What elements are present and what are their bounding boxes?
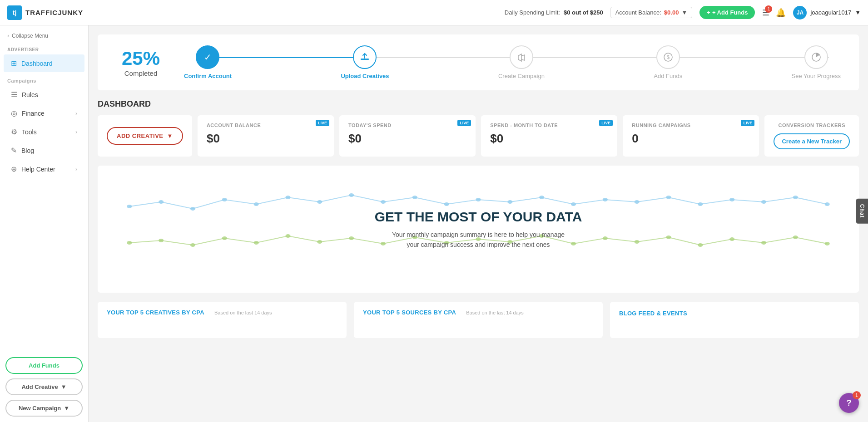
stat-value-account-balance: $0 [207, 132, 325, 146]
help-button[interactable]: ? 1 [839, 393, 859, 413]
stat-value-running-campaigns: 0 [632, 132, 750, 146]
stat-value-todays-spend: $0 [348, 132, 466, 146]
progress-number: 25% [116, 48, 166, 69]
top-creatives-sub: Based on the last 14 days [214, 310, 272, 315]
top-sources-sub: Based on the last 14 days [466, 310, 524, 315]
avatar: JA [793, 6, 807, 20]
top-sources-title: YOUR TOP 5 SOURCES BY CPA [363, 309, 456, 316]
sidebar-item-label: Finance [22, 110, 45, 117]
add-funds-icon: + [707, 9, 710, 16]
chart-overlay: GET THE MOST OF YOUR DATA Your monthly c… [98, 166, 859, 293]
stat-value-spend-month: $0 [490, 132, 608, 146]
progress-label: Completed [116, 69, 166, 77]
bottom-card-blog-feed: BLOG FEED & EVENTS [610, 302, 859, 338]
svg-rect-0 [361, 59, 369, 60]
bottom-card-top-creatives: YOUR TOP 5 CREATIVES BY CPA Based on the… [98, 302, 347, 338]
help-badge: 1 [853, 391, 861, 399]
sidebar-item-finance[interactable]: ◎ Finance › [4, 104, 84, 122]
logo-icon: tj [7, 5, 22, 20]
sidebar-add-funds-button[interactable]: Add Funds [5, 357, 83, 374]
step-label-upload: Upload Creatives [341, 73, 389, 79]
daily-limit: Daily Spending Limit: $0 out of $250 [505, 9, 603, 16]
conversion-trackers-card: CONVERSION TRACKERS Create a New Tracker [764, 115, 859, 157]
step-add-funds[interactable]: $ Add Funds [654, 45, 682, 79]
blog-feed-title: BLOG FEED & EVENTS [619, 310, 687, 317]
account-balance-label: Account Balance: [615, 9, 661, 16]
progress-steps: ✓ Confirm Account Upload Creatives [184, 45, 841, 79]
username: joaoaguiar1017 [810, 9, 851, 16]
chart-section: GET THE MOST OF YOUR DATA Your monthly c… [98, 166, 859, 293]
step-label-confirm: Confirm Account [184, 73, 232, 79]
funds-icon: $ [663, 52, 673, 62]
sidebar-actions: Add Funds Add Creative ▼ New Campaign ▼ [0, 352, 88, 422]
step-create-campaign[interactable]: Create Campaign [498, 45, 545, 79]
main-content: 25% Completed ✓ Confirm Account [89, 25, 868, 422]
upload-icon [360, 52, 370, 62]
logo-text: TRAFFICJUNKY [25, 9, 83, 16]
user-area[interactable]: JA joaoaguiar1017 ▼ [793, 6, 861, 20]
step-label-funds: Add Funds [654, 73, 682, 79]
sidebar-item-label: Blog [21, 147, 34, 154]
sidebar-item-rules[interactable]: ☰ Rules [4, 86, 84, 103]
step-circle-confirm: ✓ [196, 45, 219, 69]
logo[interactable]: tj TRAFFICJUNKY [7, 5, 83, 20]
sidebar-item-tools[interactable]: ⚙ Tools › [4, 123, 84, 141]
chevron-down-icon: ▼ [64, 405, 69, 412]
live-badge: LIVE [457, 120, 471, 126]
bottom-card-top-sources: YOUR TOP 5 SOURCES BY CPA Based on the l… [354, 302, 603, 338]
step-circle-progress [804, 45, 828, 69]
step-confirm-account[interactable]: ✓ Confirm Account [184, 45, 232, 79]
stat-card-spend-month: LIVE SPEND - MONTH TO DATE $0 [481, 115, 617, 157]
top-nav-left: tj TRAFFICJUNKY [7, 5, 83, 20]
daily-limit-label: Daily Spending Limit: [505, 9, 560, 16]
campaign-icon [516, 52, 526, 62]
conversion-trackers-label: CONVERSION TRACKERS [778, 123, 845, 128]
stat-label-spend-month: SPEND - MONTH TO DATE [490, 123, 608, 128]
step-circle-campaign [510, 45, 533, 69]
top-creatives-title: YOUR TOP 5 CREATIVES BY CPA [107, 309, 204, 316]
step-label-campaign: Create Campaign [498, 73, 545, 79]
live-badge: LIVE [599, 120, 613, 126]
live-badge: LIVE [741, 120, 754, 126]
add-creative-button[interactable]: ADD CREATIVE ▼ [107, 127, 183, 145]
chevron-left-icon: ‹ [7, 33, 9, 39]
live-badge: LIVE [316, 120, 329, 126]
step-circle-upload [353, 45, 377, 69]
step-see-progress[interactable]: See Your Progress [792, 45, 841, 79]
campaigns-section-label: Campaigns [0, 73, 88, 85]
top-nav: tj TRAFFICJUNKY Daily Spending Limit: $0… [0, 0, 868, 25]
add-creative-card: ADD CREATIVE ▼ [98, 115, 192, 157]
bell-icon[interactable]: 🔔 [776, 8, 786, 18]
dashboard-icon: ⊞ [11, 59, 17, 68]
sidebar-item-help-center[interactable]: ⊕ Help Center › [4, 160, 84, 178]
stats-row: ADD CREATIVE ▼ LIVE ACCOUNT BALANCE $0 L… [98, 115, 859, 157]
stat-label-account-balance: ACCOUNT BALANCE [207, 123, 325, 128]
chart-subtitle: Your monthly campaign summary is here to… [392, 230, 565, 250]
sidebar-add-creative-button[interactable]: Add Creative ▼ [5, 378, 83, 395]
sidebar-item-label: Help Center [21, 166, 55, 173]
blog-icon: ✎ [11, 146, 17, 155]
sidebar-item-dashboard[interactable]: ⊞ Dashboard [4, 54, 84, 72]
list-notif-icon[interactable]: ☰ 1 [762, 8, 769, 18]
sidebar-new-campaign-button[interactable]: New Campaign ▼ [5, 400, 83, 417]
advertiser-label: ADVERTISER [0, 44, 88, 54]
step-upload-creatives[interactable]: Upload Creatives [341, 45, 389, 79]
chevron-down-icon: ▼ [681, 9, 687, 16]
notif-area: ☰ 1 🔔 [762, 8, 786, 18]
chat-widget[interactable]: Chat [856, 199, 868, 224]
sidebar-item-blog[interactable]: ✎ Blog [4, 142, 84, 159]
add-creative-label: ADD CREATIVE [117, 132, 164, 139]
create-tracker-button[interactable]: Create a New Tracker [774, 133, 850, 149]
tools-icon: ⚙ [11, 128, 17, 136]
chevron-down-icon: ▼ [61, 383, 67, 390]
user-chevron-icon: ▼ [855, 9, 861, 16]
header-add-funds-button[interactable]: + + Add Funds [699, 6, 755, 19]
progress-percent: 25% Completed [116, 48, 166, 77]
account-balance-display[interactable]: Account Balance: $0.00 ▼ [610, 7, 693, 18]
collapse-menu-button[interactable]: ‹ Collapse Menu [0, 29, 88, 44]
chevron-right-icon: › [75, 129, 77, 135]
finance-icon: ◎ [11, 109, 17, 118]
stat-card-running-campaigns: LIVE RUNNING CAMPAIGNS 0 [623, 115, 759, 157]
stat-card-account-balance: LIVE ACCOUNT BALANCE $0 [198, 115, 334, 157]
svg-text:$: $ [667, 54, 670, 60]
